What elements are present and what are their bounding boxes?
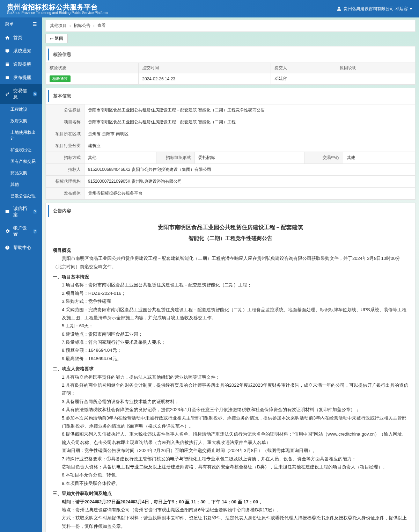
val: 贵阳市南明区食品工业园公共租赁住房建设工程－配套建筑 智能化（二期）工程	[84, 116, 415, 128]
basic-title: 基本信息	[48, 90, 413, 102]
list-item: 1.具有独立承担民事责任的能力，提供法人或其他组织的营业执照等证明文件；	[62, 373, 408, 381]
help-icon	[5, 245, 10, 250]
content-card: 公告内容 贵阳市南明区食品工业园公共租赁住房建设工程－配套建筑 智能化（二期）工…	[45, 203, 416, 532]
list-item: 文件售价：300元。售后不退。	[62, 530, 408, 532]
list-item: ②项目负责人资格：具备机电工程专业二级及以上注册建造师资格，具有有效的安全考核合…	[62, 463, 408, 471]
verify-title: 核验信息	[48, 49, 413, 60]
col-header: 提交时间	[139, 63, 271, 73]
caret-down-icon: ▾	[410, 6, 412, 11]
s2-list: 1.具有独立承担民事责任的能力，提供法人或其他组织的营业执照等证明文件；2.具有…	[53, 373, 408, 487]
submenu-other[interactable]: 其他	[0, 179, 42, 190]
lab: 招标方式	[46, 152, 84, 164]
user-area[interactable]: 贵州弘典建设咨询有限公司-邓廷容 ▾	[337, 6, 412, 12]
verify-table: 核验状态 提交时间 提交人 原因说明 核验通过 2024-02-26 14:23…	[46, 63, 415, 85]
s3-block: 时间：请于2024年2月27日至2024年3月4日，每日上午9：00 至 11：…	[53, 498, 408, 532]
menu-header: 菜单 ☰	[0, 17, 42, 31]
crumb-b[interactable]: 招标公告	[74, 23, 90, 29]
sidebar-item-label: 诚信档案	[13, 205, 29, 218]
s3-heading: 三、采购文件获取时间及地点	[53, 489, 408, 497]
badge-icon: ?	[33, 229, 37, 234]
s3-time: 时间：请于2024年2月27日至2024年3月4日，每日上午9：00 至 11：…	[62, 498, 408, 506]
val: 贵州省-贵阳市-南明区	[84, 128, 415, 140]
sidebar-item-publish[interactable]: 发布提醒	[0, 71, 42, 84]
list-item: 9.最高限价：1648694.04元。	[62, 355, 408, 363]
user-icon	[337, 6, 341, 11]
badge-icon: o	[33, 92, 37, 96]
list-item: 1.项目名称：贵阳市南明区食品工业园公共租赁住房建设工程－配套建筑智能化（二期）…	[62, 281, 408, 289]
doc-title-1: 贵阳市南明区食品工业园公共租赁住房建设工程－配套建筑	[53, 223, 408, 233]
sidebar-item-label: 交易信息	[13, 88, 29, 100]
content-section-title: 公告内容	[48, 205, 413, 217]
overview-heading: 项目概况	[53, 246, 408, 254]
col-header: 原因说明	[336, 63, 415, 73]
sidebar-item-trade[interactable]: 交易信息 o	[0, 84, 42, 104]
verify-card: 核验信息 核验状态 提交时间 提交人 原因说明 核验通过 2024-02-26 …	[45, 46, 416, 85]
badge-icon: ?	[33, 209, 37, 214]
sidebar-item-label: 系统通知	[13, 48, 31, 54]
submenu-gov[interactable]: 政府采购	[0, 115, 42, 127]
reason	[336, 73, 415, 85]
monitor-icon	[5, 49, 10, 53]
submit-person: 邓廷容	[271, 73, 336, 85]
document-body: 贵阳市南明区食品工业园公共租赁住房建设工程－配套建筑 智能化（二期）工程竞争性磋…	[46, 217, 415, 532]
sidebar-item-home[interactable]: 首页	[0, 31, 42, 44]
list-item: 8.本项目不允许分包、转包。	[62, 471, 408, 479]
list-item: 查询日期：竞争性磋商公告发布时间（2024年2月26日）至响应文件递交截止时间（…	[62, 446, 408, 454]
list-item: 9.本项目不接受联合体投标。	[62, 479, 408, 487]
list-item: 3.采购方式：竞争性磋商	[62, 297, 408, 305]
sidebar-item-credit[interactable]: 诚信档案 ?	[0, 202, 42, 221]
back-button[interactable]: ↩ 返回	[45, 34, 68, 43]
breadcrumb: 其他项目 › 招标公告 › 查看	[45, 20, 416, 32]
basic-card: 基本信息 公告标题贵阳市南明区食品工业园公共租赁住房建设工程－配套建筑 智能化（…	[45, 88, 416, 200]
val: 贵州省招标投标公共服务平台	[84, 188, 415, 199]
submenu-state[interactable]: 国有产权交易	[0, 156, 42, 167]
list-item: 6.提供截图未列入失信被执行人、重大税收违法案件当事人名单、招标活动严重违法失信…	[62, 430, 408, 446]
val: 委托招标	[194, 152, 304, 164]
submenu-published[interactable]: 已发公告处理	[0, 190, 42, 202]
sidebar-item-label: 首页	[13, 35, 22, 41]
chevron-right-icon: ›	[69, 23, 71, 28]
val: 其他	[84, 152, 156, 164]
lab: 招标人	[46, 164, 84, 176]
col-header: 核验状态	[46, 63, 139, 73]
list-item: 8.预算金额：1648694.04元；	[62, 346, 408, 354]
list-item: 5.工期：60天；	[62, 322, 408, 330]
s1-heading: 一、项目基本情况	[53, 273, 408, 281]
col-header: 提交人	[271, 63, 336, 73]
list-item: 2.具有良好的商业信誉和健全的财务会计制度，提供经有资质的会计师事务所出具的20…	[62, 381, 408, 398]
list-item: 2.项目编号：HDZB-2024-016；	[62, 289, 408, 297]
crumb-c: 查看	[97, 23, 106, 29]
sidebar-item-label: 帐户设置	[13, 225, 29, 238]
home-icon	[5, 35, 10, 40]
sidebar-item-label: 逾期提醒	[13, 61, 31, 67]
sidebar-item-label: 帮助中心	[13, 245, 31, 251]
submenu-drug[interactable]: 药品采购	[0, 167, 42, 179]
submenu-land[interactable]: 土地使用权出让	[0, 127, 42, 144]
submenu-mining[interactable]: 矿业权出让	[0, 144, 42, 156]
lab: 交易中心	[305, 152, 343, 164]
back-arrow-icon: ↩	[50, 36, 53, 41]
val: 贵阳市南明区食品工业园公共租赁住房建设工程－配套建筑 智能化（二期）工程竞争性磋…	[84, 104, 415, 116]
lab: 发布媒体	[46, 188, 84, 199]
id-icon	[5, 209, 10, 214]
sidebar-item-overdue[interactable]: 逾期提醒	[0, 58, 42, 71]
sidebar-item-account[interactable]: 帐户设置 ?	[0, 221, 42, 241]
table-row: 核验通过 2024-02-26 14:23 邓廷容	[46, 73, 415, 85]
crumb-a[interactable]: 其他项目	[50, 23, 67, 29]
overview-text: 贵阳市南明区食品工业园公共租赁住房建设工程－配套建筑智能化（二期）工程的潜在响应…	[53, 254, 408, 271]
sidebar-item-help[interactable]: 帮助中心	[0, 241, 42, 254]
top-header: 贵州省招标投标公共服务平台 GuiZhou Province Tendering…	[0, 0, 419, 17]
menu-label: 菜单	[5, 21, 14, 27]
site-title: 贵州省招标投标公共服务平台	[7, 3, 108, 11]
lab: 招标组织形式	[156, 152, 194, 164]
menu-toggle-icon[interactable]: ☰	[32, 21, 37, 27]
submenu-engineering[interactable]: 工程建设	[0, 104, 42, 115]
submit-time: 2024-02-26 14:23	[139, 73, 271, 85]
sidebar-item-notice[interactable]: 系统通知	[0, 44, 42, 58]
list-item: 4.具有依法缴纳税收和社会保障资金的良好记录，提供2023年1月至今任意三个月依…	[62, 406, 408, 414]
lab: 招标代理机构	[46, 176, 84, 188]
list-item: 地点：贵州弘典建设咨询有限公司（贵州省贵阳市观山湖区金阳南路6号世纪金源购物中心…	[62, 506, 408, 514]
exchange-icon	[5, 92, 10, 96]
user-name: 贵州弘典建设咨询有限公司-邓廷容	[344, 6, 408, 12]
list-item: 5.参加本次采购活动前3年内在经营活动中未被行政或行业相关主管部门限制投标、承接…	[62, 414, 408, 430]
